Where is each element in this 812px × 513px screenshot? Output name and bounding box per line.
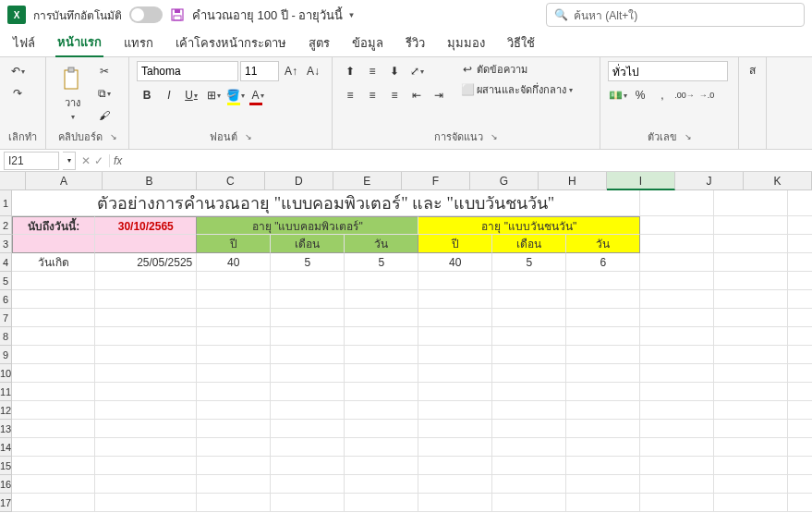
cell[interactable] (566, 290, 640, 309)
tab-view[interactable]: มุมมอง (445, 30, 487, 56)
decrease-font-button[interactable]: A↓ (303, 61, 323, 81)
cell[interactable] (418, 401, 492, 420)
undo-button[interactable]: ↶▾ (7, 61, 28, 81)
cell[interactable] (788, 420, 812, 438)
copy-button[interactable]: ⧉▾ (94, 83, 115, 104)
align-top-button[interactable]: ⬆ (340, 61, 360, 81)
cell[interactable] (197, 457, 271, 475)
row-header[interactable]: 9 (0, 346, 12, 364)
cell[interactable] (492, 401, 566, 420)
cell[interactable] (271, 420, 345, 438)
cell[interactable] (95, 475, 197, 494)
row-header[interactable]: 1 (0, 190, 12, 216)
cell[interactable] (95, 346, 197, 364)
format-painter-button[interactable]: 🖌 (94, 105, 115, 126)
row-header[interactable]: 6 (0, 290, 12, 309)
cell[interactable] (714, 253, 788, 272)
row-header[interactable]: 5 (0, 272, 12, 290)
row-header[interactable]: 12 (0, 401, 12, 420)
filename[interactable]: คำนวณอายุ 100 ปี - อายุวันนี้ ▼ (192, 6, 355, 25)
row-header[interactable]: 15 (0, 457, 12, 475)
cell[interactable] (345, 364, 418, 383)
col-header[interactable]: H (539, 172, 607, 190)
merge-center-button[interactable]: ⬜ ผสานและจัดกึ่งกลาง ▾ (460, 81, 573, 98)
font-color-button[interactable]: A▾ (248, 85, 268, 105)
cell[interactable] (345, 494, 418, 512)
cell[interactable] (12, 290, 95, 309)
cell[interactable] (271, 401, 345, 420)
cell[interactable] (788, 235, 812, 253)
cell[interactable] (271, 272, 345, 290)
row-header[interactable]: 16 (0, 475, 12, 494)
align-middle-button[interactable]: ≡ (362, 61, 382, 81)
cell[interactable] (12, 364, 95, 383)
cell[interactable] (566, 494, 640, 512)
row-header[interactable]: 11 (0, 383, 12, 401)
cell[interactable] (12, 383, 95, 401)
cell[interactable] (788, 272, 812, 290)
cell[interactable] (492, 346, 566, 364)
cell[interactable] (12, 438, 95, 457)
cell[interactable] (418, 438, 492, 457)
cell[interactable] (197, 420, 271, 438)
cell[interactable] (271, 290, 345, 309)
cell[interactable] (271, 475, 345, 494)
cell[interactable] (345, 457, 418, 475)
cell[interactable] (95, 272, 197, 290)
cell[interactable] (12, 475, 95, 494)
cell[interactable] (640, 253, 714, 272)
cell[interactable] (566, 327, 640, 346)
cell[interactable] (640, 364, 714, 383)
cell[interactable] (492, 420, 566, 438)
bold-button[interactable]: B (137, 85, 157, 105)
cell[interactable] (788, 475, 812, 494)
cell[interactable] (418, 457, 492, 475)
row-header[interactable]: 4 (0, 253, 12, 272)
col-header[interactable]: D (265, 172, 333, 190)
cell[interactable] (197, 475, 271, 494)
cell[interactable] (95, 383, 197, 401)
cell[interactable] (197, 401, 271, 420)
tab-help[interactable]: วิธีใช้ (505, 30, 537, 56)
cell[interactable] (566, 309, 640, 327)
cell[interactable] (418, 309, 492, 327)
cell[interactable] (566, 346, 640, 364)
cell[interactable] (714, 216, 788, 235)
cell[interactable] (197, 346, 271, 364)
cell[interactable] (197, 272, 271, 290)
cell[interactable] (95, 438, 197, 457)
row-header[interactable]: 2 (0, 216, 12, 235)
cell[interactable] (197, 327, 271, 346)
cell[interactable]: 40 (418, 253, 492, 272)
cell[interactable] (788, 346, 812, 364)
cell[interactable] (418, 346, 492, 364)
accept-formula-icon[interactable]: ✓ (94, 154, 103, 167)
autosave-toggle[interactable] (129, 6, 163, 23)
align-center-button[interactable]: ≡ (362, 85, 382, 105)
formula-input[interactable] (126, 152, 812, 170)
cell[interactable] (418, 494, 492, 512)
cell[interactable] (640, 272, 714, 290)
cell[interactable] (12, 346, 95, 364)
cell[interactable] (640, 327, 714, 346)
cell[interactable] (788, 438, 812, 457)
comma-button[interactable]: , (652, 85, 673, 105)
cell[interactable] (714, 475, 788, 494)
cell[interactable] (640, 190, 714, 216)
percent-button[interactable]: % (630, 85, 650, 105)
cell[interactable] (197, 309, 271, 327)
cell[interactable] (640, 401, 714, 420)
save-icon[interactable] (170, 7, 185, 22)
row-header[interactable]: 10 (0, 364, 12, 383)
cell[interactable] (12, 494, 95, 512)
cell[interactable] (418, 327, 492, 346)
cell[interactable] (640, 383, 714, 401)
increase-decimal-button[interactable]: .00→ (674, 85, 695, 105)
cell[interactable] (12, 457, 95, 475)
cell[interactable] (345, 290, 418, 309)
cell[interactable] (714, 272, 788, 290)
align-bottom-button[interactable]: ⬇ (384, 61, 405, 81)
cell[interactable] (418, 364, 492, 383)
font-size-select[interactable] (240, 61, 279, 81)
cell[interactable] (788, 401, 812, 420)
